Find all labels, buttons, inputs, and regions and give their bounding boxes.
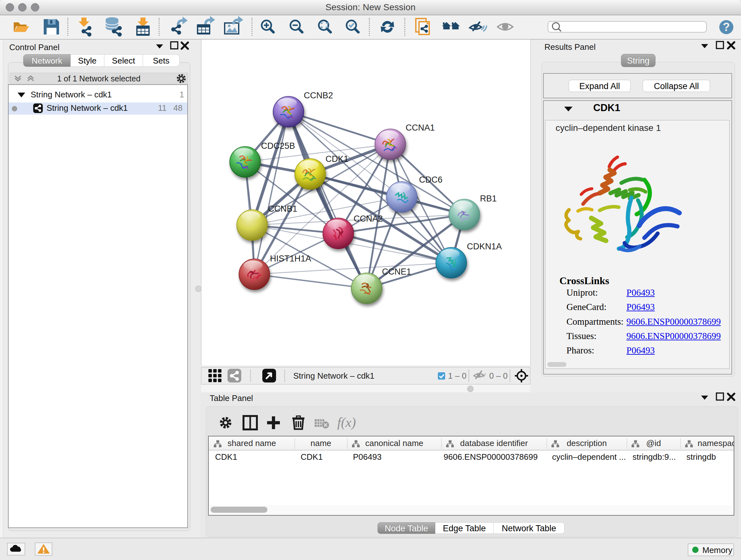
- svg-text:CCNB2: CCNB2: [304, 91, 333, 100]
- svg-text:f(x): f(x): [337, 415, 356, 430]
- svg-text:CCNE1: CCNE1: [382, 267, 411, 276]
- svg-text:CDC25B: CDC25B: [261, 141, 295, 151]
- svg-text:HIST1H1A: HIST1H1A: [270, 254, 311, 263]
- svg-text:CDC6: CDC6: [419, 175, 443, 185]
- svg-text:CDKN1A: CDKN1A: [467, 242, 502, 251]
- svg-text:CCNA1: CCNA1: [406, 123, 435, 132]
- svg-text:0 – 0: 0 – 0: [489, 371, 508, 381]
- svg-text:CDK1: CDK1: [326, 154, 348, 164]
- svg-text:String Network – cdk1: String Network – cdk1: [293, 371, 374, 381]
- svg-text:CCNB1: CCNB1: [268, 204, 297, 213]
- svg-text:CCNA2: CCNA2: [354, 214, 383, 224]
- svg-text:1 – 0: 1 – 0: [448, 371, 467, 381]
- svg-text:RB1: RB1: [480, 194, 497, 203]
- svg-text:?: ?: [723, 20, 730, 34]
